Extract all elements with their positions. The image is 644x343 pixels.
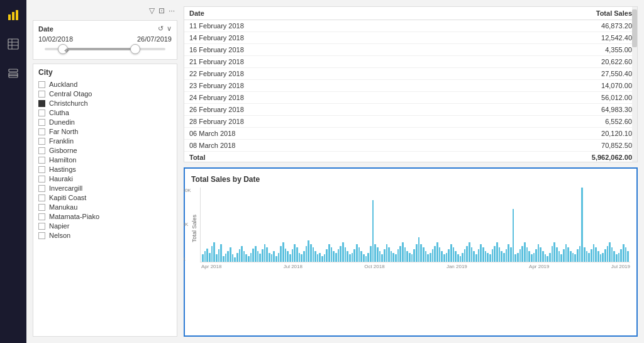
chart-bar (579, 246, 581, 262)
table-row: 24 February 201856,012.00 (184, 92, 637, 104)
city-item[interactable]: Franklin (38, 137, 172, 145)
cell-sales: 27,550.40 (438, 68, 637, 80)
chart-bar (471, 247, 473, 261)
sidebar-icon-table[interactable] (4, 35, 22, 53)
chart-bar (448, 249, 450, 261)
city-item[interactable]: Manukau (38, 203, 172, 211)
city-item[interactable]: Nelson (38, 232, 172, 239)
table-row: 06 March 201820,120.10 (184, 128, 637, 140)
city-checkbox[interactable] (38, 128, 45, 135)
chart-bar (482, 247, 484, 261)
city-checkbox[interactable] (38, 213, 45, 220)
city-item[interactable]: Central Otago (38, 90, 172, 98)
col-header-date[interactable]: Date (184, 7, 438, 20)
sidebar-icon-barchart[interactable] (4, 6, 22, 24)
chart-bar (625, 247, 627, 261)
chart-bar (296, 247, 298, 261)
city-item[interactable]: Clutha (38, 109, 172, 116)
chart-bar (588, 253, 590, 262)
chart-bar (308, 240, 309, 261)
chart-bar (266, 247, 268, 261)
city-checkbox[interactable] (38, 81, 45, 88)
city-checkbox[interactable] (38, 147, 45, 154)
chart-bar (262, 249, 264, 261)
chart-bar (469, 242, 470, 262)
city-checkbox[interactable] (38, 119, 45, 126)
chart-bar (386, 244, 388, 262)
city-checkbox[interactable] (38, 194, 45, 201)
cell-date: 23 February 2018 (184, 80, 438, 92)
cell-sales: 12,542.40 (438, 32, 637, 44)
chart-bar (443, 254, 445, 261)
chart-bar (353, 249, 355, 261)
slider-track[interactable]: ⌖ (45, 48, 165, 50)
city-item[interactable]: Matamata-Piako (38, 213, 172, 220)
city-checkbox[interactable] (38, 166, 45, 173)
svg-rect-7 (9, 69, 18, 72)
chart-bar (301, 254, 303, 261)
city-label: Hamilton (49, 156, 76, 164)
chart-bar (388, 247, 390, 261)
city-item[interactable]: Hamilton (38, 156, 172, 164)
city-item[interactable]: Hastings (38, 166, 172, 173)
chart-bars-area: 100K50K0K (200, 188, 630, 262)
chart-bar (503, 253, 505, 262)
chart-bar (377, 247, 379, 261)
chart-bar (252, 249, 254, 262)
chart-bar (535, 249, 537, 261)
city-checkbox[interactable] (38, 110, 45, 116)
city-checkbox[interactable] (38, 232, 45, 239)
city-item[interactable]: Hauraki (38, 175, 172, 183)
city-item[interactable]: Dunedin (38, 118, 172, 126)
slider-thumb-right[interactable] (130, 44, 140, 54)
chart-bar (342, 242, 344, 262)
chart-bar (292, 249, 294, 261)
city-filter: City AucklandCentral OtagoChristchurchCl… (33, 64, 177, 337)
image-icon[interactable]: ⊡ (158, 6, 165, 15)
city-item[interactable]: Kapiti Coast (38, 194, 172, 201)
city-label: Franklin (49, 137, 74, 145)
city-item[interactable]: Auckland (38, 81, 172, 88)
city-item[interactable]: Gisborne (38, 147, 172, 154)
chart-bar (372, 200, 374, 261)
table-scrollbar[interactable] (632, 7, 637, 162)
chart-bar (460, 256, 462, 261)
city-item[interactable]: Napier (38, 222, 172, 230)
chart-bar (278, 253, 280, 262)
col-header-sales[interactable]: Total Sales (438, 7, 637, 20)
chart-bar (549, 253, 551, 262)
chart-bar (572, 253, 574, 262)
chart-bar (540, 247, 541, 261)
chart-bar (591, 249, 592, 261)
city-checkbox[interactable] (38, 204, 45, 211)
chart-bar (434, 246, 436, 262)
slicer-reset-icon[interactable]: ↺ (158, 25, 164, 33)
chart-bar (287, 251, 289, 262)
chart-bar (526, 247, 528, 261)
table-panel: Date Total Sales 11 February 201846,873.… (184, 6, 638, 162)
cell-date: 16 February 2018 (184, 44, 438, 56)
slicer-chevron-icon[interactable]: ∨ (167, 25, 172, 33)
city-checkbox[interactable] (38, 185, 45, 192)
cell-date: 22 February 2018 (184, 68, 438, 80)
city-item[interactable]: Christchurch (38, 99, 172, 107)
chart-bar (402, 242, 404, 262)
chart-bar (317, 254, 319, 261)
chart-bar (581, 188, 583, 262)
city-checkbox[interactable] (38, 91, 45, 98)
city-item[interactable]: Invercargill (38, 184, 172, 192)
chart-bar (501, 251, 502, 262)
more-icon[interactable]: ··· (169, 6, 175, 15)
chart-bar (273, 251, 275, 262)
chart-bar (379, 251, 381, 262)
sidebar-icon-layers[interactable] (4, 64, 22, 82)
city-item[interactable]: Far North (38, 128, 172, 135)
filter-icon[interactable]: ▽ (149, 6, 155, 15)
x-axis-tick-label: Oct 2018 (364, 264, 384, 269)
city-checkbox[interactable] (38, 157, 45, 164)
city-checkbox[interactable] (38, 223, 45, 230)
x-axis-labels: Apr 2018Jul 2018Oct 2018Jan 2019Apr 2019… (200, 264, 630, 269)
city-checkbox[interactable] (38, 138, 45, 145)
city-checkbox[interactable] (38, 100, 45, 107)
city-checkbox[interactable] (38, 176, 45, 183)
